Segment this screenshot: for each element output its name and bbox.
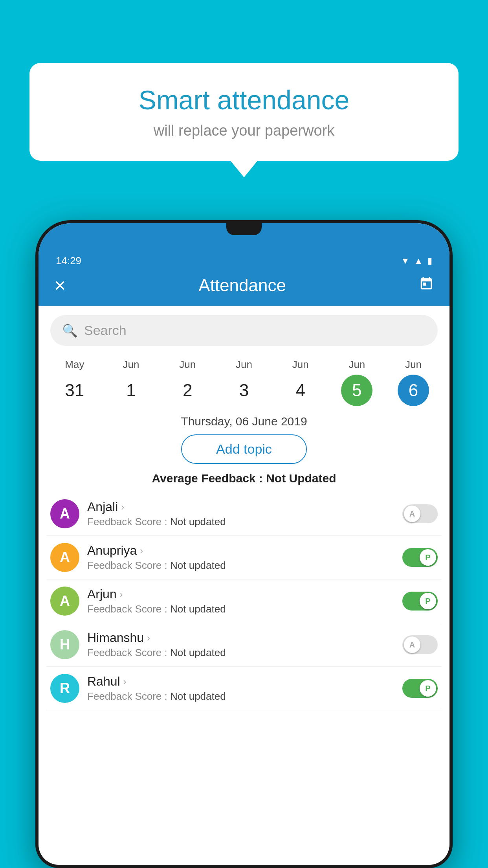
- student-feedback: Feedback Score : Not updated: [87, 690, 394, 702]
- cal-month-label: May: [65, 359, 84, 371]
- cal-date-label[interactable]: 5: [341, 375, 372, 406]
- cal-month-label: Jun: [123, 359, 139, 371]
- chevron-icon: ›: [120, 589, 123, 600]
- avg-feedback-value: Not Updated: [266, 472, 336, 485]
- bubble-title: Smart attendance: [53, 85, 435, 115]
- signal-icon: ▲: [414, 256, 423, 266]
- phone-screen: 14:29 ▼ ▲ ▮ × Attendance: [39, 223, 449, 865]
- student-info: Anupriya ›Feedback Score : Not updated: [87, 543, 394, 572]
- chevron-icon: ›: [121, 502, 124, 513]
- calendar-icon[interactable]: [419, 276, 434, 295]
- attendance-toggle[interactable]: P: [402, 548, 438, 567]
- student-feedback: Feedback Score : Not updated: [87, 603, 394, 615]
- wifi-icon: ▼: [401, 256, 409, 266]
- cal-date-label[interactable]: 1: [116, 375, 147, 406]
- phone-frame: 14:29 ▼ ▲ ▮ × Attendance: [35, 220, 453, 868]
- calendar-day[interactable]: Jun1: [114, 359, 149, 406]
- student-feedback: Feedback Score : Not updated: [87, 647, 394, 659]
- toggle-knob: P: [420, 549, 436, 566]
- student-feedback: Feedback Score : Not updated: [87, 559, 394, 572]
- search-placeholder: Search: [84, 323, 127, 338]
- cal-date-label[interactable]: 4: [285, 375, 316, 406]
- add-topic-button[interactable]: Add topic: [181, 434, 307, 464]
- search-icon: 🔍: [62, 323, 78, 338]
- toggle-knob: A: [404, 636, 420, 653]
- student-name: Himanshu ›: [87, 631, 394, 645]
- status-time: 14:29: [56, 255, 81, 267]
- cal-date-label[interactable]: 2: [172, 375, 203, 406]
- calendar-day[interactable]: Jun6: [396, 359, 431, 406]
- calendar-strip: May31Jun1Jun2Jun3Jun4Jun5Jun6: [39, 355, 449, 406]
- student-item[interactable]: AArjun ›Feedback Score : Not updatedP: [46, 579, 442, 623]
- cal-month-label: Jun: [292, 359, 309, 371]
- avatar: A: [50, 543, 79, 572]
- speech-bubble: Smart attendance will replace your paper…: [29, 63, 459, 161]
- battery-icon: ▮: [427, 256, 432, 266]
- attendance-toggle[interactable]: P: [402, 679, 438, 698]
- student-list: AAnjali ›Feedback Score : Not updatedAAA…: [39, 492, 449, 710]
- cal-month-label: Jun: [179, 359, 196, 371]
- student-item[interactable]: AAnjali ›Feedback Score : Not updatedA: [46, 492, 442, 536]
- app-title: Attendance: [198, 276, 286, 295]
- avatar: A: [50, 499, 79, 528]
- student-info: Anjali ›Feedback Score : Not updated: [87, 500, 394, 528]
- student-feedback: Feedback Score : Not updated: [87, 516, 394, 528]
- cal-date-label[interactable]: 6: [398, 375, 429, 406]
- avatar: H: [50, 630, 79, 659]
- toggle-knob: A: [404, 506, 420, 522]
- cal-date-label[interactable]: 31: [59, 375, 90, 406]
- toggle-knob: P: [420, 680, 436, 697]
- chevron-icon: ›: [147, 633, 150, 644]
- avatar: A: [50, 587, 79, 616]
- student-name: Anjali ›: [87, 500, 394, 514]
- bubble-subtitle: will replace your paperwork: [53, 122, 435, 139]
- calendar-day[interactable]: May31: [57, 359, 92, 406]
- app-header: 14:29 ▼ ▲ ▮ × Attendance: [39, 223, 449, 306]
- calendar-day[interactable]: Jun3: [226, 359, 262, 406]
- attendance-toggle[interactable]: P: [402, 592, 438, 611]
- calendar-day[interactable]: Jun5: [339, 359, 374, 406]
- cal-month-label: Jun: [236, 359, 252, 371]
- student-name: Anupriya ›: [87, 543, 394, 558]
- status-icons: ▼ ▲ ▮: [401, 256, 432, 266]
- student-item[interactable]: HHimanshu ›Feedback Score : Not updatedA: [46, 623, 442, 667]
- attendance-toggle[interactable]: A: [402, 635, 438, 654]
- chevron-icon: ›: [123, 676, 127, 687]
- cal-month-label: Jun: [349, 359, 365, 371]
- toggle-knob: P: [420, 593, 436, 609]
- chevron-icon: ›: [140, 545, 143, 556]
- average-feedback: Average Feedback : Not Updated: [39, 472, 449, 485]
- student-info: Rahul ›Feedback Score : Not updated: [87, 674, 394, 702]
- student-name: Arjun ›: [87, 587, 394, 601]
- search-bar[interactable]: 🔍 Search: [50, 315, 438, 346]
- selected-date: Thursday, 06 June 2019: [39, 415, 449, 428]
- cal-month-label: Jun: [405, 359, 422, 371]
- phone-notch: [226, 223, 262, 235]
- avg-feedback-label: Average Feedback :: [152, 472, 266, 485]
- avatar: R: [50, 674, 79, 703]
- speech-bubble-container: Smart attendance will replace your paper…: [29, 63, 459, 161]
- student-item[interactable]: AAnupriya ›Feedback Score : Not updatedP: [46, 536, 442, 579]
- cal-date-label[interactable]: 3: [228, 375, 260, 406]
- close-button[interactable]: ×: [54, 274, 66, 297]
- calendar-day[interactable]: Jun4: [283, 359, 318, 406]
- calendar-day[interactable]: Jun2: [170, 359, 205, 406]
- attendance-toggle[interactable]: A: [402, 504, 438, 523]
- student-info: Arjun ›Feedback Score : Not updated: [87, 587, 394, 615]
- student-info: Himanshu ›Feedback Score : Not updated: [87, 631, 394, 659]
- student-name: Rahul ›: [87, 674, 394, 689]
- student-item[interactable]: RRahul ›Feedback Score : Not updatedP: [46, 667, 442, 710]
